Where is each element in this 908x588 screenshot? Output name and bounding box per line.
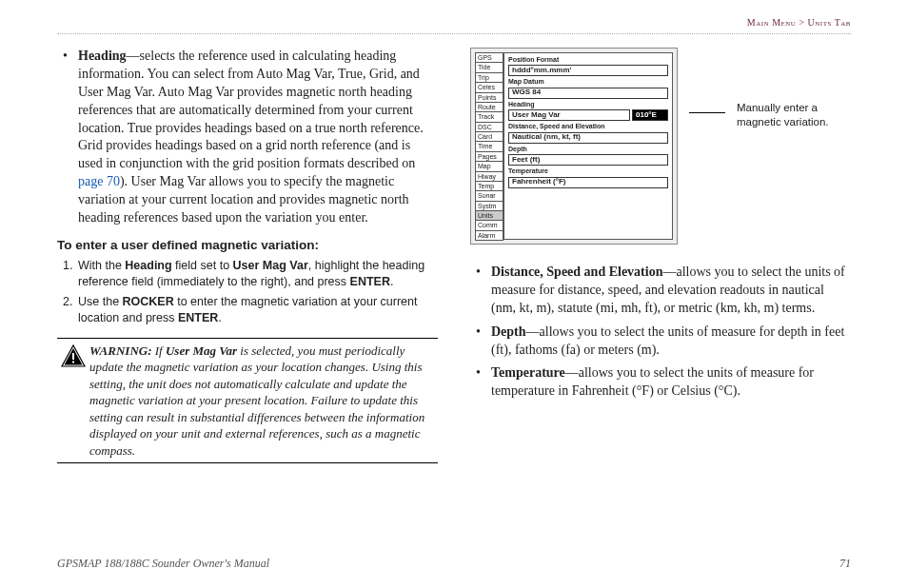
depth-label: Depth [491,324,526,339]
screenshot-tabs: GPS Tide Trip Celes Points Route Track D… [475,52,503,240]
warning-box: WARNING: If User Mag Var is selected, yo… [57,338,438,464]
field-heading-variation: 010°E [632,109,668,121]
footer-title: GPSMAP 188/188C Sounder Owner's Manual [57,557,269,571]
depth-body: allows you to select the units of measur… [491,324,844,357]
field-heading: User Mag Var [508,109,630,121]
warning-label: WARNING: [89,343,152,358]
right-column: GPS Tide Trip Celes Points Route Track D… [470,48,851,463]
device-screenshot: GPS Tide Trip Celes Points Route Track D… [470,48,678,245]
footer: GPSMAP 188/188C Sounder Owner's Manual 7… [57,557,851,571]
warning-text: is selected, you must periodically updat… [89,343,424,458]
temperature-bullet: • Temperature—allows you to select the u… [470,364,851,401]
heading-label: Heading [78,49,127,63]
screenshot-fields: Position Format hddd°mm.mmm' Map Datum W… [503,52,673,240]
breadcrumb: Main Menu > Units Tab [57,0,851,33]
depth-bullet: • Depth—allows you to select the units o… [470,323,851,360]
field-position-format: hddd°mm.mmm' [508,65,668,76]
field-map-datum: WGS 84 [508,88,668,99]
distance-label: Distance, Speed and Elevation [491,265,662,279]
field-distance: Nautical (nm, kt, ft) [508,132,668,144]
bullet-dot: • [57,48,78,227]
steps-title: To enter a user defined magnetic variati… [57,237,438,254]
header-separator [57,33,851,34]
tab-alarm: Alarm [475,230,503,241]
step-2: 2. Use the ROCKER to enter the magnetic … [57,294,438,326]
svg-rect-3 [72,361,74,363]
warning-icon [57,343,89,460]
distance-bullet: • Distance, Speed and Elevation—allows y… [470,264,851,318]
left-column: • Heading—selects the reference used in … [57,48,438,463]
breadcrumb-main: Main Menu [747,17,797,28]
svg-rect-2 [72,353,74,360]
step-1: 1. With the Heading field set to User Ma… [57,258,438,290]
temperature-label: Temperature [491,365,565,380]
page-70-link[interactable]: page 70 [78,174,120,188]
callout-line [689,112,725,113]
page-number: 71 [839,557,851,571]
callout-text: Manually enter a magnetic variation. [737,101,851,129]
breadcrumb-tab: Units Tab [808,17,851,28]
heading-bullet: • Heading—selects the reference used in … [57,48,438,227]
field-depth: Feet (ft) [508,154,668,166]
field-temperature: Fahrenheit (°F) [508,177,668,188]
heading-body-2: ). User Mag Var allows you to specify th… [78,174,409,225]
heading-body-1: selects the reference used in calculatin… [78,49,424,170]
